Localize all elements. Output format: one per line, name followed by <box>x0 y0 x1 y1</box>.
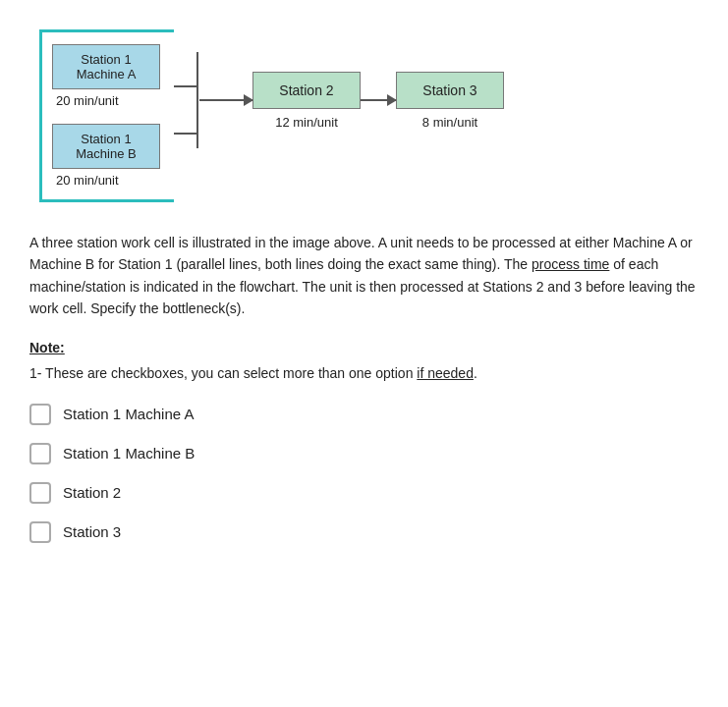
station1-machine-a-label-line1: Station 1 <box>69 52 143 67</box>
station2-label: Station 2 <box>279 82 333 98</box>
station1-machine-a-box: Station 1 Machine A <box>52 44 160 89</box>
option-label-station1-machine-a: Station 1 Machine A <box>63 406 194 422</box>
station3-time: 8 min/unit <box>422 115 477 130</box>
note-text: 1- These are checkboxes, you can select … <box>29 363 699 384</box>
station1-machine-a-time: 20 min/unit <box>52 93 160 108</box>
option-station2[interactable]: Station 2 <box>29 482 699 504</box>
station1-machine-a-container: Station 1 Machine A 20 min/unit <box>52 44 160 108</box>
station1-machine-a-label-line2: Machine A <box>69 67 143 82</box>
checkbox-station1-machine-a[interactable] <box>29 404 51 425</box>
arrow2 <box>361 99 396 101</box>
option-label-station1-machine-b: Station 1 Machine B <box>63 445 195 462</box>
top-h-line <box>174 85 197 87</box>
note-section: Note: 1- These are checkboxes, you can s… <box>29 340 699 384</box>
option-label-station3: Station 3 <box>63 523 121 540</box>
arrow2-head <box>387 94 397 106</box>
bottom-h-line <box>174 133 197 135</box>
checkbox-station2[interactable] <box>29 482 51 504</box>
option-station3[interactable]: Station 3 <box>29 521 699 543</box>
station1-bracket: Station 1 Machine A 20 min/unit Station … <box>39 29 174 202</box>
center-h-line <box>199 99 217 101</box>
description-text: A three station work cell is illustrated… <box>29 232 699 320</box>
option-station1-machine-b[interactable]: Station 1 Machine B <box>29 443 699 464</box>
note-title: Note: <box>29 340 699 355</box>
arrow2-line <box>361 99 396 101</box>
option-label-station2: Station 2 <box>63 484 121 501</box>
station1-group: Station 1 Machine A 20 min/unit Station … <box>39 29 217 202</box>
station3-container: Station 3 8 min/unit <box>396 72 504 130</box>
station2-box: Station 2 <box>252 72 361 109</box>
station1-machine-b-label-line1: Station 1 <box>69 132 143 146</box>
arrow1-head <box>244 94 253 106</box>
arrow1 <box>217 99 252 101</box>
station1-machine-b-box: Station 1 Machine B <box>52 124 160 169</box>
station2-time: 12 min/unit <box>275 115 338 130</box>
checkbox-station1-machine-b[interactable] <box>29 443 51 464</box>
process-time-term: process time <box>532 256 609 272</box>
vertical-merge <box>196 52 198 148</box>
diagram: Station 1 Machine A 20 min/unit Station … <box>39 29 699 202</box>
station3-label: Station 3 <box>422 82 476 98</box>
station3-box: Station 3 <box>396 72 504 109</box>
station1-machine-b-container: Station 1 Machine B 20 min/unit <box>52 124 160 188</box>
station1-machine-b-time: 20 min/unit <box>52 173 160 188</box>
checkbox-station3[interactable] <box>29 521 51 543</box>
options-section: Station 1 Machine A Station 1 Machine B … <box>29 404 699 543</box>
if-needed-text: if needed <box>417 365 474 381</box>
station1-machine-b-label-line2: Machine B <box>69 146 143 161</box>
arrow1-line <box>217 99 252 101</box>
option-station1-machine-a[interactable]: Station 1 Machine A <box>29 404 699 425</box>
station2-container: Station 2 12 min/unit <box>252 72 361 130</box>
merge-lines <box>174 68 197 164</box>
